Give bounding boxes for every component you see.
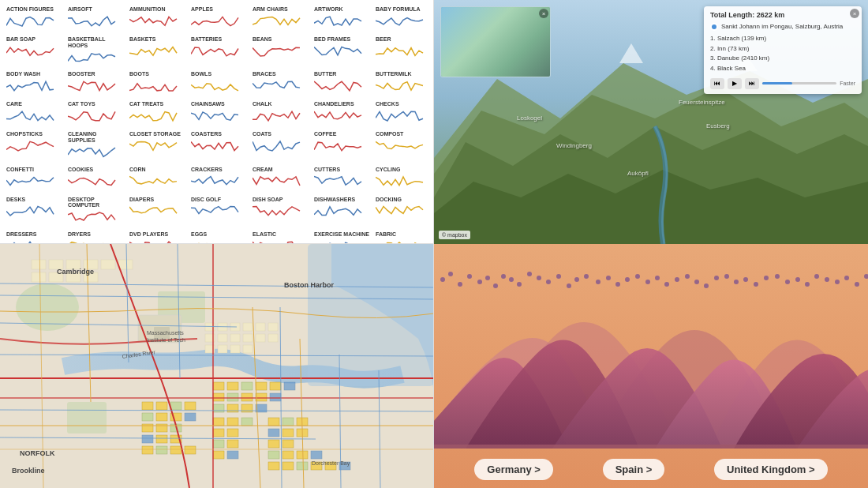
fast-forward-button[interactable]: ⏭ — [745, 78, 759, 89]
spark-label: BOWLS — [191, 71, 246, 77]
spark-cell: CYCLING — [372, 165, 434, 195]
sparkline-svg — [191, 43, 246, 59]
spark-label: DRYERS — [68, 231, 123, 238]
speed-fill — [762, 82, 792, 84]
spark-label: COMPOST — [376, 131, 431, 137]
sparkline-svg — [253, 108, 308, 124]
spark-cell: BUTTERMILK — [372, 69, 434, 99]
spark-cell: BODY WASH — [3, 69, 65, 99]
sparkline-path — [376, 207, 423, 214]
spain-label[interactable]: Spain > — [603, 459, 665, 480]
svg-rect-36 — [256, 323, 265, 331]
svg-rect-33 — [218, 345, 227, 353]
spark-label: CYCLING — [376, 167, 431, 173]
sparkline-svg — [129, 13, 185, 29]
sparkline-svg — [376, 43, 431, 59]
sparkline-svg — [68, 145, 123, 160]
label-windingberg: Windingberg — [556, 142, 592, 149]
svg-rect-56 — [227, 418, 238, 426]
panel-mountains: Germany > Spain > United Kingdom > — [434, 244, 868, 488]
svg-rect-8 — [308, 244, 434, 386]
sparkline-svg — [314, 238, 369, 244]
spark-cell: CORN — [126, 165, 188, 195]
spark-label: DESKS — [6, 197, 62, 203]
svg-rect-91 — [282, 451, 294, 459]
spark-cell: CARE — [3, 99, 65, 130]
speed-slider[interactable] — [762, 82, 836, 84]
route-item-2: 3. Danube (2410 km) — [710, 54, 855, 63]
svg-rect-59 — [227, 429, 238, 437]
spark-cell: BEANS — [249, 35, 311, 69]
sparkline-svg — [191, 78, 246, 94]
spark-cell: DIAPERS — [126, 195, 188, 230]
svg-rect-55 — [213, 418, 224, 426]
sparkline-path — [376, 17, 423, 24]
svg-rect-52 — [227, 404, 238, 412]
sparkline-svg — [6, 108, 62, 124]
sparkline-path — [314, 81, 361, 91]
spark-cell: FABRIC — [372, 230, 434, 244]
mapbox-attribution: © mapbox — [439, 231, 470, 239]
spark-cell: COASTERS — [188, 130, 249, 164]
spark-label: CHAINSAWS — [191, 101, 246, 107]
spark-label: BASKETS — [129, 36, 185, 43]
spark-label: BATTERIES — [191, 36, 246, 43]
spark-cell: BATTERIES — [188, 35, 249, 69]
svg-rect-64 — [142, 413, 153, 421]
svg-rect-61 — [156, 402, 167, 410]
sparkline-svg — [6, 78, 62, 94]
spark-cell: BRACES — [249, 69, 311, 99]
sparkline-path — [68, 111, 115, 120]
spark-cell: CLEANING SUPPLIES — [65, 130, 126, 164]
spark-cell: AMMUNITION — [126, 5, 188, 35]
sparkline-path — [129, 17, 177, 25]
overlay-close[interactable]: × — [850, 9, 859, 18]
svg-rect-79 — [227, 440, 238, 448]
main-grid: ACTION FIGURESAIRSOFTAMMUNITIONAPPLESARM… — [0, 0, 868, 488]
svg-rect-60 — [142, 402, 153, 410]
svg-rect-44 — [270, 382, 281, 390]
svg-rect-75 — [156, 446, 167, 454]
sparkline-svg — [68, 78, 123, 94]
country-labels: Germany > Spain > United Kingdom > — [434, 459, 868, 480]
svg-rect-78 — [213, 440, 224, 448]
map3d-background: Loskogel Feuersteinspitze Windingberg Eu… — [434, 0, 868, 244]
spark-label: CRACKERS — [191, 167, 246, 173]
sparkline-svg — [253, 43, 308, 59]
svg-rect-93 — [311, 451, 322, 459]
spark-cell: COATS — [249, 130, 311, 164]
sparkline-path — [314, 111, 361, 119]
svg-rect-83 — [282, 418, 294, 426]
mini-map-close[interactable]: × — [539, 9, 548, 18]
svg-rect-94 — [268, 462, 279, 470]
play-button[interactable]: ▶ — [728, 78, 742, 89]
rewind-button[interactable]: ⏮ — [710, 78, 724, 89]
route-item-3: 4. Black Sea — [710, 64, 855, 73]
spark-label: EGGS — [191, 231, 246, 238]
sparkline-path — [191, 47, 238, 56]
sparkline-svg — [68, 108, 123, 124]
label-eusberg: Eusberg — [706, 122, 730, 130]
spark-label: DRESSERS — [6, 231, 62, 238]
route-start-icon — [710, 23, 718, 31]
sparkline-svg — [253, 203, 308, 219]
sparkline-svg — [376, 203, 431, 219]
svg-rect-109 — [434, 445, 868, 449]
united-kingdom-label[interactable]: United Kingdom > — [714, 459, 828, 480]
sparkline-svg — [6, 138, 62, 154]
spark-label: CUTTERS — [314, 167, 369, 173]
svg-rect-76 — [170, 446, 181, 454]
svg-rect-29 — [218, 334, 227, 342]
sparkline-svg — [129, 78, 185, 94]
spark-cell: COOKIES — [65, 165, 126, 195]
spark-cell: DVD PLAYERS — [126, 230, 188, 244]
svg-rect-31 — [243, 334, 253, 342]
sparkline-svg — [6, 13, 62, 29]
sparkline-path — [253, 47, 300, 56]
germany-label[interactable]: Germany > — [474, 459, 553, 480]
sparkline-path — [68, 148, 115, 156]
spark-label: COFFEE — [314, 131, 369, 137]
spark-cell: BOWLS — [188, 69, 249, 99]
svg-rect-82 — [268, 418, 279, 426]
svg-rect-86 — [282, 429, 294, 437]
